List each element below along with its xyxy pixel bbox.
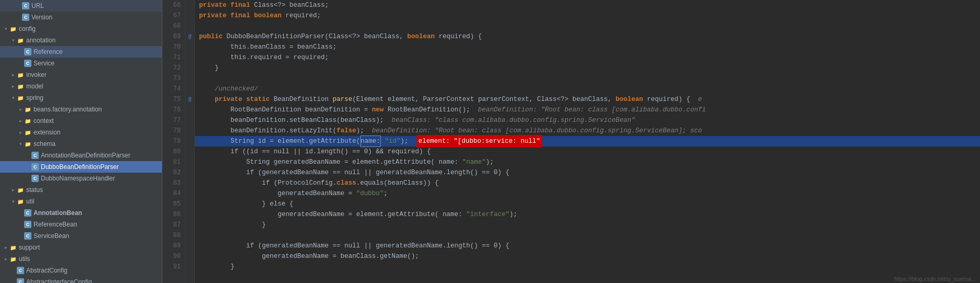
sidebar-item-schema[interactable]: 📁schema — [0, 138, 162, 150]
sidebar-item-AbstractConfig[interactable]: CAbstractConfig — [0, 265, 162, 276]
sidebar-item-label: spring — [26, 94, 162, 101]
sidebar-item-label: DubboBeanDefinitionParser — [41, 163, 162, 171]
sidebar-item-config[interactable]: 📁config — [0, 23, 162, 35]
code-token: } — [199, 262, 235, 272]
sidebar-item-label: Version — [31, 14, 162, 21]
code-token: String generatedBeanName = element.getAt… — [199, 157, 463, 167]
code-line: } — [195, 220, 980, 230]
line-number: 76 — [167, 105, 181, 115]
code-token: ); — [401, 136, 416, 146]
tree-arrow-util — [9, 199, 17, 204]
folder-icon: 📁 — [9, 256, 17, 262]
code-token: generatedBeanName = beanClass.getName(); — [199, 251, 419, 262]
line-number: 81 — [167, 157, 181, 167]
line-number: 72 — [167, 63, 181, 73]
string-token: "name" — [463, 157, 486, 167]
sidebar-item-extension[interactable]: 📁extension — [0, 127, 162, 138]
code-token: } — [199, 63, 219, 73]
sidebar-item-url[interactable]: CURL — [0, 0, 162, 12]
sidebar-item-label: URL — [31, 2, 162, 9]
sidebar-item-label: ReferenceBean — [34, 221, 162, 228]
line-number: 78 — [167, 126, 181, 136]
class-icon: C — [24, 221, 31, 228]
selected-token: name: — [360, 135, 381, 147]
sidebar-item-model[interactable]: 📁model — [0, 81, 162, 92]
sidebar-item-invoker[interactable]: 📁invoker — [0, 69, 162, 81]
sidebar-item-DubboBeanDefinitionParser[interactable]: CDubboBeanDefinitionParser — [0, 161, 162, 173]
keyword-token: boolean — [254, 10, 282, 21]
tree-arrow-config — [2, 26, 9, 31]
code-line: generatedBeanName = "dubbo"; — [195, 188, 980, 199]
class-icon: C — [24, 48, 31, 55]
sidebar-item-service[interactable]: CService — [0, 58, 162, 69]
keyword-token: private — [199, 0, 227, 10]
tree-arrow-model — [9, 84, 17, 89]
gutter-line: @ — [185, 94, 194, 105]
folder-icon: 📁 — [24, 107, 31, 112]
tree-arrow-invoker — [9, 72, 17, 77]
gutter-line — [185, 84, 194, 94]
sidebar-item-utils[interactable]: 📁utils — [0, 253, 162, 265]
sidebar-item-AnnotationBean[interactable]: CAnnotationBean — [0, 207, 162, 219]
sidebar-item-annotation[interactable]: 📁annotation — [0, 35, 162, 46]
code-token: (Element element, ParserContext parserCo… — [353, 94, 616, 105]
gutter-line — [185, 105, 194, 115]
string-token: "interface" — [466, 209, 510, 220]
code-line: beanDefinition.setLazyInit(false); beanD… — [195, 126, 980, 136]
sidebar-item-label: extension — [34, 129, 162, 136]
gutter-line — [185, 52, 194, 63]
sidebar-item-label: util — [26, 198, 162, 205]
gutter-line — [185, 157, 194, 167]
folder-icon: 📁 — [17, 72, 24, 78]
code-token — [243, 94, 247, 105]
sidebar-item-status[interactable]: 📁status — [0, 184, 162, 196]
gutter-line — [185, 209, 194, 220]
sidebar-item-context[interactable]: 📁context — [0, 115, 162, 127]
code-token: Class<?> beanClass; — [250, 0, 329, 10]
class-icon: C — [31, 152, 39, 159]
line-number: 75 — [167, 94, 181, 105]
code-token: ); — [486, 157, 494, 167]
gutter-line — [185, 262, 194, 272]
gutter-line — [185, 136, 194, 146]
sidebar-item-label: Reference — [34, 48, 162, 55]
gutter-line — [185, 0, 194, 10]
sidebar-item-ReferenceBean[interactable]: CReferenceBean — [0, 219, 162, 230]
sidebar-item-beans-factory[interactable]: 📁beans.factory.annotation — [0, 104, 162, 115]
gutter-line — [185, 188, 194, 199]
sidebar-item-AbstractInterfaceConfig[interactable]: CAbstractInterfaceConfig — [0, 276, 162, 283]
code-line: RootBeanDefinition beanDefinition = new … — [195, 105, 980, 115]
sidebar-item-version[interactable]: CVersion — [0, 12, 162, 23]
code-token: } — [199, 220, 266, 230]
sidebar-item-AnnotationBeanDefinitionParser[interactable]: CAnnotationBeanDefinitionParser — [0, 150, 162, 161]
tree-arrow-schema — [17, 141, 24, 146]
sidebar-item-ServiceBean[interactable]: CServiceBean — [0, 230, 162, 242]
folder-icon: 📁 — [9, 245, 17, 251]
keyword-token: false — [337, 126, 357, 136]
line-number: 68 — [167, 21, 181, 31]
code-token: required) { — [435, 31, 482, 42]
debug-value-box: element: "[dubbo:service: null" — [416, 135, 543, 148]
sidebar-item-label: status — [26, 186, 162, 194]
watermark: https://blog.csdn.net/u_suema... — [894, 276, 976, 282]
keyword-token: final — [230, 10, 250, 21]
comment-token: e — [698, 94, 702, 105]
sidebar-item-util[interactable]: 📁util — [0, 196, 162, 207]
line-number: 86 — [167, 209, 181, 220]
code-line — [195, 230, 980, 241]
sidebar-item-support[interactable]: 📁support — [0, 242, 162, 253]
line-number: 66 — [167, 0, 181, 10]
code-line: private static BeanDefinition parse(Elem… — [195, 94, 980, 105]
sidebar-item-DubboNamespaceHandler[interactable]: CDubboNamespaceHandler — [0, 173, 162, 184]
code-token: this.required = required; — [199, 52, 329, 63]
folder-icon: 📁 — [17, 38, 24, 43]
sidebar-item-label: annotation — [26, 37, 162, 44]
comment-token: /unchecked/ — [199, 84, 258, 94]
gutter-line — [185, 10, 194, 21]
code-token: if (ProtocolConfig. — [199, 178, 337, 188]
keyword-token: new — [372, 105, 384, 115]
line-number: 85 — [167, 199, 181, 209]
sidebar-item-reference[interactable]: CReference — [0, 46, 162, 58]
class-icon: C — [24, 60, 31, 67]
sidebar-item-spring[interactable]: 📁spring — [0, 92, 162, 104]
